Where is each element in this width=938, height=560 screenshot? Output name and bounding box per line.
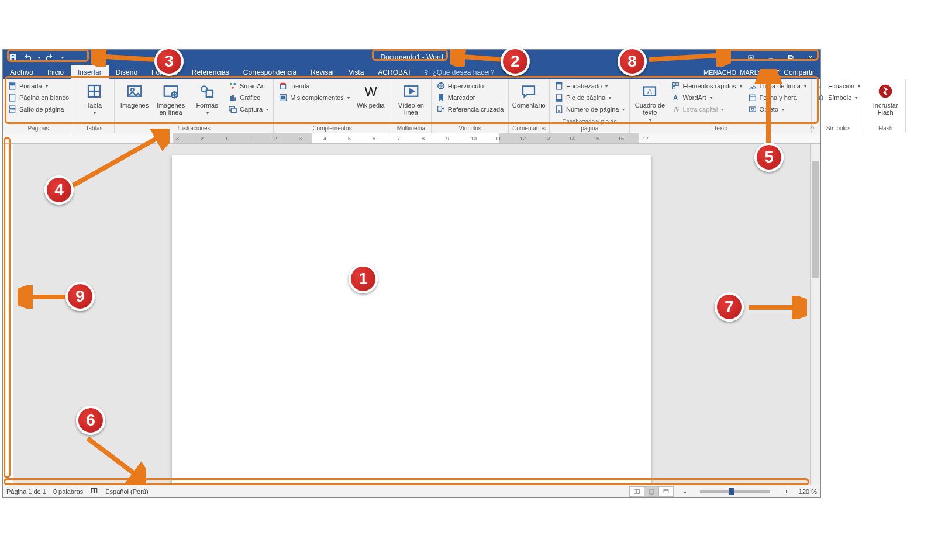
vertical-ruler[interactable] [3, 144, 13, 485]
tell-me-box[interactable] [418, 65, 530, 79]
chevron-up-icon [809, 124, 816, 131]
pictures-button[interactable]: Imágenes [118, 81, 151, 109]
ribbon-wrapper: Portada▾ Página en blanco Salto de págin… [3, 79, 820, 133]
datetime-button[interactable]: Fecha y hora [747, 92, 808, 103]
button-label: Captura [240, 106, 263, 113]
tab-inicio[interactable]: Inicio [40, 65, 71, 79]
button-label: Página en blanco [19, 94, 69, 101]
flash-button[interactable]: Incrustar Flash [869, 81, 902, 116]
group-label: Texto [633, 124, 807, 133]
view-print-layout[interactable] [644, 486, 659, 497]
wikipedia-button[interactable]: W Wikipedia [354, 81, 387, 109]
equation-button[interactable]: π Ecuación▾ [815, 81, 861, 91]
svg-rect-54 [676, 83, 679, 86]
cover-page-button[interactable]: Portada▾ [6, 81, 70, 91]
page-break-button[interactable]: Salto de página [6, 104, 70, 115]
button-label: Encabezado [566, 82, 602, 89]
collapse-ribbon-button[interactable] [806, 123, 818, 132]
tab-acrobat[interactable]: ACROBAT [371, 65, 418, 79]
comment-button[interactable]: Comentario [512, 81, 545, 109]
qat-customize-dropdown[interactable]: ▾ [61, 55, 64, 60]
titlebar: ▾ ▾ Documento1 - Word [3, 50, 820, 65]
page-info[interactable]: Página 1 de 1 [6, 488, 46, 495]
tab-diseno[interactable]: Diseño [109, 65, 144, 79]
table-button[interactable]: Tabla▾ [78, 81, 111, 116]
tab-formato[interactable]: Formato [144, 65, 185, 79]
bookmark-button[interactable]: Marcador [435, 92, 505, 103]
dropcap-button[interactable]: A Letra capital▾ [670, 104, 743, 115]
crossref-button[interactable]: Referencia cruzada [435, 104, 505, 115]
object-button[interactable]: Objeto▾ [747, 104, 808, 115]
minimize-button[interactable] [761, 50, 781, 65]
blank-page-button[interactable]: Página en blanco [6, 92, 70, 103]
addins-button[interactable]: Mis complementos▾ [277, 92, 351, 103]
wordart-button[interactable]: A WordArt▾ [670, 92, 743, 103]
symbol-button[interactable]: Ω Símbolo▾ [815, 92, 861, 103]
header-button[interactable]: Encabezado▾ [553, 81, 626, 91]
screenshot-button[interactable]: Captura▾ [227, 104, 270, 115]
svg-text:#: # [558, 109, 560, 113]
tab-referencias[interactable]: Referencias [185, 65, 236, 79]
share-button[interactable]: Compartir [767, 65, 820, 79]
account-name[interactable]: MENACHO. MARLY [698, 65, 767, 79]
smartart-icon [228, 81, 237, 91]
svg-point-10 [775, 70, 778, 72]
blank-page-icon [8, 93, 17, 102]
zoom-out-button[interactable]: - [681, 488, 690, 495]
tab-archivo[interactable]: Archivo [3, 65, 40, 79]
tab-insertar[interactable]: Insertar [71, 65, 109, 79]
hyperlink-button[interactable]: Hipervínculo [435, 81, 505, 91]
button-label: Portada [19, 82, 42, 89]
textbox-button[interactable]: A Cuadro de texto▾ [633, 81, 666, 123]
page-number-button[interactable]: # Número de página▾ [553, 104, 626, 115]
smartart-button[interactable]: SmartArt [227, 81, 270, 91]
document-page[interactable] [172, 155, 651, 485]
zoom-slider[interactable] [700, 490, 770, 493]
save-button[interactable] [6, 51, 19, 63]
signature-button[interactable]: Línea de firma▾ [747, 81, 808, 91]
document-viewport[interactable] [13, 144, 810, 485]
symbol-icon: Ω [816, 93, 826, 102]
maximize-button[interactable] [781, 50, 801, 65]
button-label: Elementos rápidos [682, 82, 736, 89]
zoom-level[interactable]: 120 % [799, 488, 817, 495]
quickparts-button[interactable]: Elementos rápidos▾ [670, 81, 743, 91]
shapes-button[interactable]: Formas▾ [191, 81, 223, 116]
svg-point-29 [233, 83, 236, 85]
undo-button[interactable] [22, 51, 35, 63]
zoom-in-button[interactable]: + [781, 488, 791, 495]
svg-rect-5 [789, 56, 792, 59]
redo-button[interactable] [43, 51, 56, 63]
vertical-scrollbar[interactable] [810, 144, 820, 485]
tab-correspondencia[interactable]: Correspondencia [236, 65, 304, 79]
tell-me-input[interactable] [432, 68, 526, 77]
textbox-icon: A [640, 82, 659, 101]
word-count[interactable]: 0 palabras [53, 488, 83, 495]
ribbon-options-icon [747, 54, 754, 61]
language-label[interactable]: Español (Perú) [105, 488, 148, 495]
group-multimedia: Vídeo en línea Multimedia [391, 79, 432, 133]
view-web-layout[interactable] [658, 486, 674, 497]
view-read-mode[interactable] [629, 486, 644, 497]
store-button[interactable]: Tienda [277, 81, 351, 91]
button-label: Imágenes en línea [154, 102, 187, 116]
button-label: Tienda [290, 82, 309, 89]
group-label: Flash [869, 124, 902, 133]
zoom-slider-thumb[interactable] [729, 488, 734, 495]
online-pictures-button[interactable]: Imágenes en línea [154, 81, 187, 116]
horizontal-ruler[interactable]: 3211234567891011121314151617 [3, 133, 820, 144]
read-mode-icon [633, 488, 641, 495]
ribbon-display-options[interactable] [741, 50, 761, 65]
undo-dropdown[interactable]: ▾ [38, 55, 40, 60]
close-button[interactable] [801, 50, 820, 65]
chart-button[interactable]: Gráfico [227, 92, 270, 103]
flash-icon [876, 82, 895, 101]
tab-vista[interactable]: Vista [342, 65, 371, 79]
footer-button[interactable]: Pie de página▾ [553, 92, 626, 103]
video-button[interactable]: Vídeo en línea [395, 81, 427, 116]
tab-revisar[interactable]: Revisar [304, 65, 342, 79]
proofing-icon[interactable] [90, 487, 98, 496]
scrollbar-thumb[interactable] [812, 161, 819, 278]
button-label: Objeto [760, 106, 778, 113]
svg-rect-27 [206, 91, 213, 97]
